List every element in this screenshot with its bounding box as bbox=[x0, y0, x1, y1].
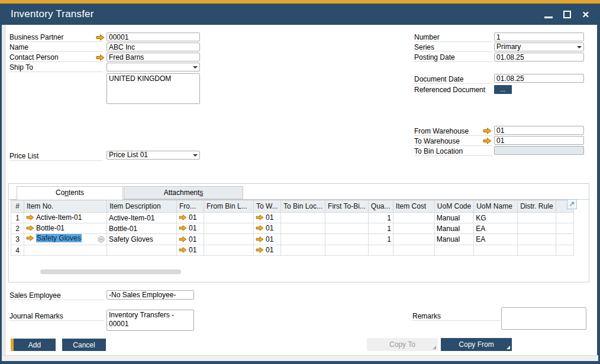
to-whse-cell[interactable]: 01 bbox=[254, 213, 281, 223]
distr-rule-cell bbox=[518, 245, 556, 256]
qty-cell[interactable]: 1 bbox=[368, 213, 393, 223]
referenced-document-button[interactable]: ... bbox=[494, 85, 512, 94]
copy-from-button[interactable]: Copy From bbox=[441, 338, 512, 351]
maximize-icon[interactable] bbox=[563, 11, 571, 18]
col-header-uom-name[interactable]: UoM Name bbox=[474, 200, 518, 213]
qty-cell[interactable] bbox=[368, 245, 393, 256]
col-header-to-whse[interactable]: To W... bbox=[254, 200, 281, 213]
qty-cell[interactable]: 1 bbox=[368, 223, 393, 234]
to-whse-cell[interactable]: 01 bbox=[254, 223, 281, 234]
contact-person-input[interactable] bbox=[107, 53, 200, 61]
cancel-button[interactable]: Cancel bbox=[62, 339, 106, 351]
link-arrow-icon[interactable] bbox=[179, 246, 187, 255]
uom-code-cell[interactable] bbox=[434, 245, 473, 256]
table-row: 2 Bottle-01 Bottle-01 01 01 1 Manual EA bbox=[11, 223, 574, 234]
table-row-selected: 3 Safety Gloves Safety Gloves 01 01 1 Ma… bbox=[11, 234, 574, 245]
copy-to-button: Copy To bbox=[367, 338, 438, 351]
link-arrow-icon[interactable] bbox=[483, 128, 492, 134]
from-warehouse-input[interactable] bbox=[494, 126, 584, 135]
to-warehouse-input[interactable] bbox=[494, 136, 584, 145]
ship-to-dropdown[interactable] bbox=[107, 63, 200, 72]
to-whse-cell[interactable]: 01 bbox=[254, 245, 281, 256]
link-arrow-icon[interactable] bbox=[179, 236, 187, 244]
add-button[interactable]: Add bbox=[11, 339, 56, 351]
series-label: Series bbox=[414, 43, 492, 52]
item-no-cell[interactable]: Bottle-01 bbox=[24, 223, 107, 234]
number-input[interactable] bbox=[494, 32, 584, 41]
row-number-cell[interactable]: 3 bbox=[11, 234, 24, 245]
minimize-icon[interactable] bbox=[544, 17, 553, 18]
line-items-table: # Item No. Item Description Fro... From … bbox=[11, 200, 574, 256]
item-no-cell[interactable]: Active-Item-01 bbox=[24, 213, 107, 223]
col-header-item-no[interactable]: Item No. bbox=[24, 200, 107, 213]
link-arrow-icon[interactable] bbox=[256, 214, 264, 222]
col-header-from-bin[interactable]: From Bin L... bbox=[204, 200, 254, 213]
row-number-cell[interactable]: 2 bbox=[11, 223, 24, 234]
ship-to-address-textarea[interactable]: UNITED KINGDOM bbox=[107, 73, 200, 104]
link-arrow-icon[interactable] bbox=[179, 225, 187, 233]
col-header-uom-code[interactable]: UoM Code bbox=[434, 200, 473, 213]
sales-employee-input[interactable] bbox=[107, 290, 194, 300]
link-arrow-icon[interactable] bbox=[26, 214, 34, 222]
price-list-label: Price List bbox=[9, 152, 103, 161]
col-header-to-bin[interactable]: To Bin Loc... bbox=[281, 200, 325, 213]
posting-date-input[interactable] bbox=[494, 53, 584, 61]
name-input[interactable] bbox=[107, 43, 200, 51]
contact-person-label: Contact Person bbox=[9, 53, 103, 62]
item-desc-cell[interactable]: Active-Item-01 bbox=[107, 213, 177, 223]
link-arrow-icon[interactable] bbox=[26, 225, 34, 233]
link-arrow-icon[interactable] bbox=[256, 236, 264, 244]
col-header-from-whse[interactable]: Fro... bbox=[177, 200, 204, 213]
close-icon[interactable]: ✕ bbox=[582, 10, 589, 19]
expand-grid-icon[interactable]: ↗ bbox=[567, 199, 577, 209]
item-desc-cell[interactable] bbox=[107, 245, 177, 256]
from-whse-cell[interactable]: 01 bbox=[177, 213, 204, 223]
col-header-num[interactable]: # bbox=[11, 200, 24, 213]
col-header-qty[interactable]: Qua... bbox=[368, 200, 393, 213]
journal-remarks-textarea[interactable]: Inventory Transfers - 00001 bbox=[107, 310, 194, 331]
horizontal-scrollbar-thumb[interactable] bbox=[40, 269, 181, 274]
to-whse-cell[interactable]: 01 bbox=[254, 234, 281, 245]
to-warehouse-label: To Warehouse bbox=[414, 137, 492, 146]
link-arrow-icon[interactable] bbox=[256, 246, 264, 255]
link-arrow-icon[interactable] bbox=[26, 235, 34, 243]
business-partner-input[interactable] bbox=[107, 32, 200, 41]
col-header-item-desc[interactable]: Item Description bbox=[107, 200, 177, 213]
col-header-distr-rule[interactable]: Distr. Rule bbox=[518, 200, 556, 213]
link-arrow-icon[interactable] bbox=[96, 54, 105, 61]
tab-attachments[interactable]: Attachments bbox=[124, 186, 243, 199]
link-arrow-icon[interactable] bbox=[179, 214, 187, 222]
item-no-cell-editing[interactable]: Safety Gloves bbox=[24, 234, 107, 245]
col-header-first-to-bin[interactable]: First To-Bi... bbox=[325, 200, 369, 213]
table-row: 1 Active-Item-01 Active-Item-01 01 01 1 … bbox=[11, 213, 574, 223]
uom-code-cell[interactable]: Manual bbox=[434, 234, 473, 245]
remarks-label: Remarks bbox=[412, 312, 500, 321]
from-whse-cell[interactable]: 01 bbox=[177, 245, 204, 256]
from-whse-cell[interactable]: 01 bbox=[177, 234, 204, 245]
business-partner-label: Business Partner bbox=[9, 33, 103, 42]
uom-code-cell[interactable]: Manual bbox=[434, 223, 473, 234]
choose-from-list-icon[interactable] bbox=[98, 236, 105, 245]
selected-text[interactable]: Safety Gloves bbox=[36, 234, 82, 242]
from-bin-cell bbox=[204, 213, 254, 223]
remarks-textarea[interactable] bbox=[501, 307, 586, 330]
from-whse-cell[interactable]: 01 bbox=[177, 223, 204, 234]
qty-cell[interactable]: 1 bbox=[368, 234, 393, 245]
price-list-dropdown[interactable]: Price List 01 bbox=[107, 151, 200, 160]
uom-code-cell[interactable]: Manual bbox=[434, 213, 473, 223]
journal-remarks-label: Journal Remarks bbox=[9, 312, 104, 321]
link-arrow-icon[interactable] bbox=[96, 34, 105, 41]
item-no-cell[interactable] bbox=[24, 245, 107, 256]
item-desc-cell[interactable]: Bottle-01 bbox=[107, 223, 177, 234]
row-number-cell[interactable]: 4 bbox=[11, 245, 24, 256]
tab-contents[interactable]: Contents bbox=[17, 186, 123, 200]
link-arrow-icon[interactable] bbox=[483, 138, 492, 144]
series-dropdown[interactable]: Primary bbox=[494, 43, 584, 51]
row-number-cell[interactable]: 1 bbox=[11, 213, 24, 223]
col-header-item-cost[interactable]: Item Cost bbox=[393, 200, 434, 213]
from-warehouse-label: From Warehouse bbox=[414, 127, 492, 136]
item-desc-cell[interactable]: Safety Gloves bbox=[107, 234, 177, 245]
trailing-cell bbox=[556, 245, 573, 256]
document-date-input[interactable] bbox=[494, 74, 584, 83]
link-arrow-icon[interactable] bbox=[256, 225, 264, 233]
